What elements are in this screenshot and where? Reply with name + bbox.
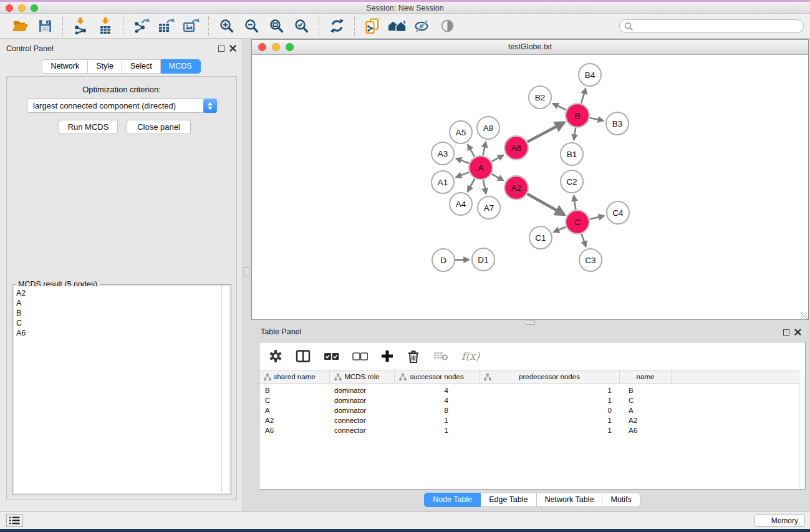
graph-edge-A-A2[interactable] xyxy=(491,174,503,181)
window-resize-grip[interactable] xyxy=(801,312,808,319)
graph-edge-B-B2[interactable] xyxy=(553,104,566,110)
task-history-button[interactable] xyxy=(6,514,23,527)
run-mcds-button[interactable]: Run MCDS xyxy=(59,120,118,134)
graph-edge-A-A4[interactable] xyxy=(468,179,475,191)
mcds-result-item[interactable]: A xyxy=(16,298,221,308)
refresh-icon[interactable] xyxy=(326,16,347,37)
table-panel-tabs: Node Table Edge Table Network Table Moti… xyxy=(259,493,806,507)
create-column-icon[interactable] xyxy=(381,350,393,362)
show-graphics-details-icon[interactable] xyxy=(436,16,458,37)
zoom-out-icon[interactable] xyxy=(241,16,262,37)
table-toolbar: f(x) xyxy=(259,342,805,370)
delete-table-icon xyxy=(433,351,448,362)
horizontal-split-handle[interactable] xyxy=(526,321,535,325)
mcds-result-scrollbar[interactable] xyxy=(221,286,229,493)
mcds-result-item[interactable]: A2 xyxy=(16,288,221,298)
tab-network[interactable]: Network xyxy=(42,59,88,74)
delete-column-trash-icon[interactable] xyxy=(407,349,420,364)
graph-node-label: A1 xyxy=(438,178,448,187)
deselect-all-icon[interactable] xyxy=(352,352,368,360)
tab-network-table[interactable]: Network Table xyxy=(537,493,603,507)
mcds-result-item[interactable]: C xyxy=(16,318,221,328)
search-input[interactable] xyxy=(619,19,804,33)
table-body: Bdominator41BCdominator41CAdominator80AA… xyxy=(259,384,805,435)
column-header-successor-nodes[interactable]: successor nodes xyxy=(395,370,480,383)
graph-edge-C-C1[interactable] xyxy=(554,227,566,232)
network-window-titlebar[interactable]: testGlobe.txt xyxy=(252,40,808,55)
table-row[interactable]: A6connector11A6 xyxy=(259,425,805,435)
toolbar-separator xyxy=(208,16,209,36)
show-column-panel-icon[interactable] xyxy=(296,349,311,363)
close-table-panel-icon[interactable] xyxy=(794,329,801,336)
mcds-result-item[interactable]: A6 xyxy=(16,328,221,338)
graph-edge-B-B3[interactable] xyxy=(590,118,604,120)
network-canvas[interactable]: B4B2BB3A8A5A6A3B1AC2A1A2A4A7C4CC1C3DD1 xyxy=(252,55,808,319)
table-cell: dominator xyxy=(330,397,395,404)
graph-edge-C-C3[interactable] xyxy=(582,234,586,246)
table-row[interactable]: Bdominator41B xyxy=(259,385,805,395)
graph-edge-A-A5[interactable] xyxy=(468,145,475,157)
criterion-dropdown[interactable]: largest connected component (directed) xyxy=(27,99,217,113)
column-label: name xyxy=(637,373,655,380)
control-panel-tabs: Network Style Select MCDS xyxy=(0,59,243,74)
close-panel-icon[interactable] xyxy=(229,45,236,52)
tab-motifs[interactable]: Motifs xyxy=(602,493,640,507)
import-table-icon[interactable] xyxy=(95,16,116,37)
column-label: successor nodes xyxy=(410,373,463,380)
toolbar-separator xyxy=(354,16,355,36)
table-row[interactable]: Cdominator41C xyxy=(259,395,805,405)
home-icon[interactable] xyxy=(387,16,408,37)
graph-edge-A-A1[interactable] xyxy=(456,172,470,177)
column-header-predecessor-nodes[interactable]: predecessor nodes xyxy=(480,370,620,383)
list-icon xyxy=(9,516,20,525)
graph-edge-A-A7[interactable] xyxy=(483,180,486,194)
column-header-name[interactable]: name xyxy=(620,370,672,383)
graph-node-label: C1 xyxy=(535,233,546,243)
graph-edge-A2-C[interactable] xyxy=(527,194,564,215)
export-image-icon[interactable] xyxy=(180,16,201,37)
graph-edge-B-B4[interactable] xyxy=(581,89,586,104)
save-session-icon[interactable] xyxy=(34,16,55,37)
memory-button[interactable]: Memory xyxy=(755,514,805,527)
column-header-shared-name[interactable]: shared name xyxy=(259,370,330,383)
tab-node-table[interactable]: Node Table xyxy=(424,493,481,507)
tab-style[interactable]: Style xyxy=(88,59,122,74)
zoom-fit-icon[interactable] xyxy=(266,16,287,37)
zoom-selected-icon[interactable] xyxy=(291,16,312,37)
close-panel-button[interactable]: Close panel xyxy=(127,120,191,134)
table-panel-title: Table Panel xyxy=(261,327,301,336)
dropdown-stepper-icon xyxy=(203,99,217,113)
export-network-icon[interactable] xyxy=(130,16,152,37)
graph-edge-B-B1[interactable] xyxy=(574,128,576,140)
open-file-icon[interactable] xyxy=(9,16,31,37)
graph-edge-A6-B[interactable] xyxy=(528,122,564,142)
vertical-split-handle[interactable] xyxy=(244,267,249,276)
network-column-icon xyxy=(264,374,271,381)
table-scrollbar[interactable] xyxy=(799,370,805,489)
select-all-icon[interactable] xyxy=(324,352,339,360)
tab-select[interactable]: Select xyxy=(122,59,161,74)
graph-edge-C-C2[interactable] xyxy=(574,196,576,210)
table-settings-gear-icon[interactable] xyxy=(269,349,282,363)
float-panel-icon[interactable] xyxy=(218,46,224,52)
export-table-icon[interactable] xyxy=(155,16,176,37)
zoom-in-icon[interactable] xyxy=(216,16,237,37)
table-cell: A6 xyxy=(259,427,330,434)
clone-network-icon[interactable] xyxy=(362,16,383,37)
graph-edge-A-A8[interactable] xyxy=(483,142,486,156)
graph-edge-A-A3[interactable] xyxy=(456,158,470,163)
table-row[interactable]: Adominator80A xyxy=(259,405,805,415)
column-header-mcds-role[interactable]: MCDS role xyxy=(330,370,395,383)
table-cell: A xyxy=(259,407,330,414)
tab-mcds[interactable]: MCDS xyxy=(161,59,201,74)
float-table-panel-icon[interactable] xyxy=(783,329,789,336)
toolbar-separator xyxy=(123,16,123,36)
graph-edge-A-A6[interactable] xyxy=(491,155,503,162)
graph-edge-C-C4[interactable] xyxy=(590,216,604,219)
hide-graphics-details-icon[interactable] xyxy=(412,16,433,37)
import-network-icon[interactable] xyxy=(70,16,91,37)
table-row[interactable]: A2connector11A2 xyxy=(259,415,805,425)
mcds-result-item[interactable]: B xyxy=(16,308,221,318)
graph-node-label: B3 xyxy=(612,119,623,128)
tab-edge-table[interactable]: Edge Table xyxy=(481,493,536,507)
